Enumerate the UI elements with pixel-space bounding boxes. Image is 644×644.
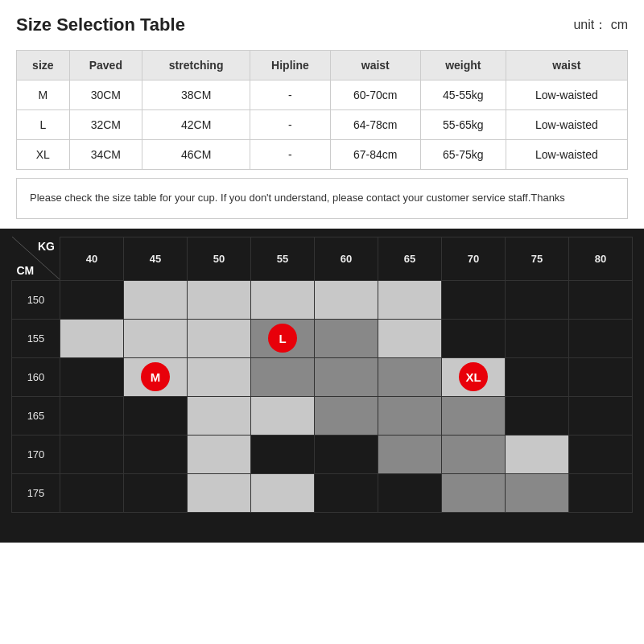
size-table: size Paved stretching Hipline waist weig… [16,50,628,170]
chart-cell [60,280,124,319]
chart-cell [60,357,124,396]
chart-cell [188,396,251,435]
col-header-hipline: Hipline [250,51,330,80]
chart-cell [315,357,378,396]
chart-row: 155L [12,319,633,357]
size-chart-grid: KG CM 404550556065707580150155L160MXL165… [11,237,633,513]
chart-row: 160MXL [12,357,633,396]
cell-weight: 55-65kg [420,110,506,140]
chart-cell [251,280,315,319]
table-row: M 30CM 38CM - 60-70cm 45-55kg Low-waiste… [17,80,628,110]
chart-cell [442,280,506,319]
col-header-stretching: stretching [142,51,250,80]
chart-cell [60,435,124,473]
chart-cell [315,396,378,435]
chart-col-header: 55 [251,237,315,280]
cell-weight: 65-75kg [420,140,506,170]
chart-cell [60,319,124,357]
col-header-size: size [17,51,70,80]
chart-cell [378,435,442,473]
chart-corner-cell: KG CM [12,237,60,280]
cell-hipline: - [250,140,330,170]
chart-cell [506,357,569,396]
cell-hipline: - [250,110,330,140]
chart-cell [124,396,188,435]
chart-cell [506,396,569,435]
chart-col-header: 80 [569,237,633,280]
chart-cell [251,396,315,435]
title-row: Size Selection Table unit： cm [16,14,628,35]
chart-cell [188,280,251,319]
chart-row-header: 155 [12,319,60,357]
chart-cell [506,435,569,473]
chart-cell [569,357,633,396]
chart-row-header: 165 [12,396,60,435]
chart-cell: XL [442,357,506,396]
chart-cell [188,473,251,512]
chart-cell [378,280,442,319]
table-row: L 32CM 42CM - 64-78cm 55-65kg Low-waiste… [17,110,628,140]
unit-label: unit： cm [573,17,628,34]
chart-cell [569,396,633,435]
chart-cell [378,396,442,435]
top-section: Size Selection Table unit： cm size Paved… [0,0,644,229]
cell-style: Low-waisted [506,80,627,110]
chart-cell [506,319,569,357]
chart-cell [442,435,506,473]
chart-col-header: 60 [315,237,378,280]
table-header-row: size Paved stretching Hipline waist weig… [17,51,628,80]
cm-label: CM [17,264,35,277]
chart-cell [124,473,188,512]
chart-cell [569,319,633,357]
cell-weight: 45-55kg [420,80,506,110]
col-header-paved: Paved [69,51,142,80]
note-box: Please check the size table for your cup… [16,178,628,219]
chart-cell [378,473,442,512]
chart-row-header: 175 [12,473,60,512]
chart-col-header: 40 [60,237,124,280]
cell-size: L [17,110,70,140]
chart-cell [506,473,569,512]
chart-cell [442,319,506,357]
bottom-section: KG CM 404550556065707580150155L160MXL165… [0,229,644,543]
cell-waist: 67-84cm [330,140,420,170]
chart-cell [188,357,251,396]
chart-cell [124,435,188,473]
chart-row: 170 [12,435,633,473]
chart-cell [188,435,251,473]
chart-cell [315,280,378,319]
col-header-weight: weight [420,51,506,80]
chart-col-header: 70 [442,237,506,280]
size-badge-xl: XL [459,362,488,391]
cell-hipline: - [250,80,330,110]
chart-cell [378,357,442,396]
chart-cell [188,319,251,357]
chart-cell [251,473,315,512]
note-text: Please check the size table for your cup… [30,192,565,204]
chart-row: 165 [12,396,633,435]
chart-col-header: 65 [378,237,442,280]
cell-style: Low-waisted [506,110,627,140]
chart-col-header: 45 [124,237,188,280]
cell-waist: 64-78cm [330,110,420,140]
cell-size: M [17,80,70,110]
cell-waist: 60-70cm [330,80,420,110]
cell-stretching: 46CM [142,140,250,170]
chart-cell [60,396,124,435]
table-row: XL 34CM 46CM - 67-84cm 65-75kg Low-waist… [17,140,628,170]
chart-cell [251,357,315,396]
chart-cell [378,319,442,357]
chart-row: 150 [12,280,633,319]
chart-cell [60,473,124,512]
col-header-waist2: waist [506,51,627,80]
cell-stretching: 42CM [142,110,250,140]
chart-col-header: 75 [506,237,569,280]
chart-cell [506,280,569,319]
chart-cell [251,435,315,473]
chart-cell: M [124,357,188,396]
chart-header-row: KG CM 404550556065707580 [12,237,633,280]
size-badge-l: L [268,324,297,353]
chart-row: 175 [12,473,633,512]
chart-row-header: 150 [12,280,60,319]
chart-cell [569,435,633,473]
